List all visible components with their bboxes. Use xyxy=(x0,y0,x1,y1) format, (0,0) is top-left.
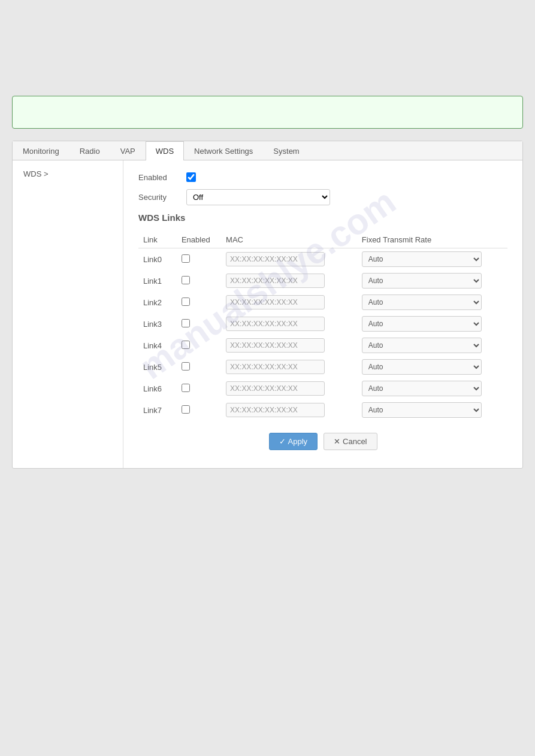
link-rate-cell-1: Auto1 Mbps2 Mbps5.5 Mbps6 Mbps9 Mbps11 M… xyxy=(357,270,507,292)
table-row: Link3Auto1 Mbps2 Mbps5.5 Mbps6 Mbps9 Mbp… xyxy=(138,313,507,335)
table-row: Link2Auto1 Mbps2 Mbps5.5 Mbps6 Mbps9 Mbp… xyxy=(138,292,507,313)
link-name-2: Link2 xyxy=(138,292,177,313)
link-mac-input-6[interactable] xyxy=(226,381,325,396)
link-enabled-checkbox-4[interactable] xyxy=(182,341,190,349)
apply-label: Apply xyxy=(288,437,308,446)
link-rate-select-4[interactable]: Auto1 Mbps2 Mbps5.5 Mbps6 Mbps9 Mbps11 M… xyxy=(362,338,482,353)
cancel-button[interactable]: ✕ Cancel xyxy=(324,433,377,450)
link-rate-cell-4: Auto1 Mbps2 Mbps5.5 Mbps6 Mbps9 Mbps11 M… xyxy=(357,335,507,356)
link-rate-select-7[interactable]: Auto1 Mbps2 Mbps5.5 Mbps6 Mbps9 Mbps11 M… xyxy=(362,402,482,418)
content-area: WDS Enabled Security Off xyxy=(13,160,522,468)
link-mac-cell-3 xyxy=(221,313,357,335)
security-label: Security xyxy=(138,193,186,202)
link-enabled-cell-5 xyxy=(177,356,221,378)
th-enabled: Enabled xyxy=(177,232,221,248)
wds-links-table: Link Enabled MAC Fixed Transmit Rate Lin… xyxy=(138,232,507,421)
link-mac-cell-5 xyxy=(221,356,357,378)
link-enabled-checkbox-2[interactable] xyxy=(182,297,190,306)
th-link: Link xyxy=(138,232,177,248)
link-name-3: Link3 xyxy=(138,313,177,335)
main-content: Enabled Security Off WEP WPA xyxy=(123,160,522,468)
button-row: ✓ Apply ✕ Cancel xyxy=(138,433,507,456)
link-rate-cell-6: Auto1 Mbps2 Mbps5.5 Mbps6 Mbps9 Mbps11 M… xyxy=(357,378,507,399)
tab-monitoring[interactable]: Monitoring xyxy=(13,141,69,160)
link-mac-cell-0 xyxy=(221,248,357,271)
tab-radio[interactable]: Radio xyxy=(69,141,110,160)
link-enabled-cell-6 xyxy=(177,378,221,399)
enabled-value xyxy=(186,172,196,182)
security-row: Security Off WEP WPA xyxy=(138,189,507,205)
link-rate-select-0[interactable]: Auto1 Mbps2 Mbps5.5 Mbps6 Mbps9 Mbps11 M… xyxy=(362,251,482,267)
table-row: Link1Auto1 Mbps2 Mbps5.5 Mbps6 Mbps9 Mbp… xyxy=(138,270,507,292)
table-row: Link4Auto1 Mbps2 Mbps5.5 Mbps6 Mbps9 Mbp… xyxy=(138,335,507,356)
link-name-1: Link1 xyxy=(138,270,177,292)
link-name-7: Link7 xyxy=(138,399,177,421)
link-mac-cell-7 xyxy=(221,399,357,421)
link-rate-cell-7: Auto1 Mbps2 Mbps5.5 Mbps6 Mbps9 Mbps11 M… xyxy=(357,399,507,421)
link-name-5: Link5 xyxy=(138,356,177,378)
security-value: Off WEP WPA xyxy=(186,189,330,205)
tab-system[interactable]: System xyxy=(263,141,309,160)
tab-bar: Monitoring Radio VAP WDS Network Setting… xyxy=(13,141,522,160)
link-rate-select-3[interactable]: Auto1 Mbps2 Mbps5.5 Mbps6 Mbps9 Mbps11 M… xyxy=(362,316,482,332)
enabled-row: Enabled xyxy=(138,172,507,182)
tab-network-settings[interactable]: Network Settings xyxy=(184,141,263,160)
apply-button[interactable]: ✓ Apply xyxy=(269,433,318,450)
wds-links-title: WDS Links xyxy=(138,212,507,223)
table-row: Link5Auto1 Mbps2 Mbps5.5 Mbps6 Mbps9 Mbp… xyxy=(138,356,507,378)
table-row: Link7Auto1 Mbps2 Mbps5.5 Mbps6 Mbps9 Mbp… xyxy=(138,399,507,421)
tab-wds[interactable]: WDS xyxy=(146,141,184,160)
link-name-4: Link4 xyxy=(138,335,177,356)
link-rate-cell-2: Auto1 Mbps2 Mbps5.5 Mbps6 Mbps9 Mbps11 M… xyxy=(357,292,507,313)
link-enabled-cell-2 xyxy=(177,292,221,313)
link-mac-cell-6 xyxy=(221,378,357,399)
link-enabled-checkbox-0[interactable] xyxy=(182,254,190,263)
tab-vap[interactable]: VAP xyxy=(110,141,146,160)
security-select[interactable]: Off WEP WPA xyxy=(186,189,330,205)
link-enabled-cell-7 xyxy=(177,399,221,421)
link-enabled-cell-4 xyxy=(177,335,221,356)
link-enabled-checkbox-3[interactable] xyxy=(182,319,190,327)
link-rate-cell-3: Auto1 Mbps2 Mbps5.5 Mbps6 Mbps9 Mbps11 M… xyxy=(357,313,507,335)
sidebar-wds-link[interactable]: WDS xyxy=(19,166,117,181)
sidebar: WDS xyxy=(13,160,123,468)
link-mac-input-3[interactable] xyxy=(226,317,325,331)
link-enabled-checkbox-7[interactable] xyxy=(182,405,190,414)
cancel-icon: ✕ xyxy=(334,437,340,446)
th-mac: MAC xyxy=(221,232,357,248)
link-enabled-cell-3 xyxy=(177,313,221,335)
th-rate: Fixed Transmit Rate xyxy=(357,232,507,248)
link-mac-input-5[interactable] xyxy=(226,360,325,374)
link-enabled-checkbox-6[interactable] xyxy=(182,384,190,392)
link-mac-cell-1 xyxy=(221,270,357,292)
link-mac-cell-4 xyxy=(221,335,357,356)
link-mac-input-2[interactable] xyxy=(226,295,325,309)
table-row: Link6Auto1 Mbps2 Mbps5.5 Mbps6 Mbps9 Mbp… xyxy=(138,378,507,399)
link-rate-select-2[interactable]: Auto1 Mbps2 Mbps5.5 Mbps6 Mbps9 Mbps11 M… xyxy=(362,294,482,310)
link-name-6: Link6 xyxy=(138,378,177,399)
link-mac-input-0[interactable] xyxy=(226,252,325,266)
enabled-checkbox[interactable] xyxy=(186,172,196,182)
link-enabled-cell-1 xyxy=(177,270,221,292)
table-row: Link0Auto1 Mbps2 Mbps5.5 Mbps6 Mbps9 Mbp… xyxy=(138,248,507,271)
cancel-label: Cancel xyxy=(343,437,367,446)
link-mac-input-4[interactable] xyxy=(226,338,325,353)
link-name-0: Link0 xyxy=(138,248,177,271)
link-mac-input-7[interactable] xyxy=(226,403,325,417)
enabled-label: Enabled xyxy=(138,173,186,182)
link-rate-cell-5: Auto1 Mbps2 Mbps5.5 Mbps6 Mbps9 Mbps11 M… xyxy=(357,356,507,378)
link-rate-select-1[interactable]: Auto1 Mbps2 Mbps5.5 Mbps6 Mbps9 Mbps11 M… xyxy=(362,273,482,289)
link-mac-cell-2 xyxy=(221,292,357,313)
link-enabled-cell-0 xyxy=(177,248,221,271)
link-enabled-checkbox-1[interactable] xyxy=(182,276,190,284)
link-rate-select-5[interactable]: Auto1 Mbps2 Mbps5.5 Mbps6 Mbps9 Mbps11 M… xyxy=(362,359,482,375)
link-rate-cell-0: Auto1 Mbps2 Mbps5.5 Mbps6 Mbps9 Mbps11 M… xyxy=(357,248,507,271)
link-rate-select-6[interactable]: Auto1 Mbps2 Mbps5.5 Mbps6 Mbps9 Mbps11 M… xyxy=(362,381,482,396)
link-mac-input-1[interactable] xyxy=(226,274,325,288)
notification-box xyxy=(12,96,523,129)
main-panel: Monitoring Radio VAP WDS Network Setting… xyxy=(12,141,523,469)
link-enabled-checkbox-5[interactable] xyxy=(182,362,190,371)
apply-icon: ✓ xyxy=(279,437,286,446)
